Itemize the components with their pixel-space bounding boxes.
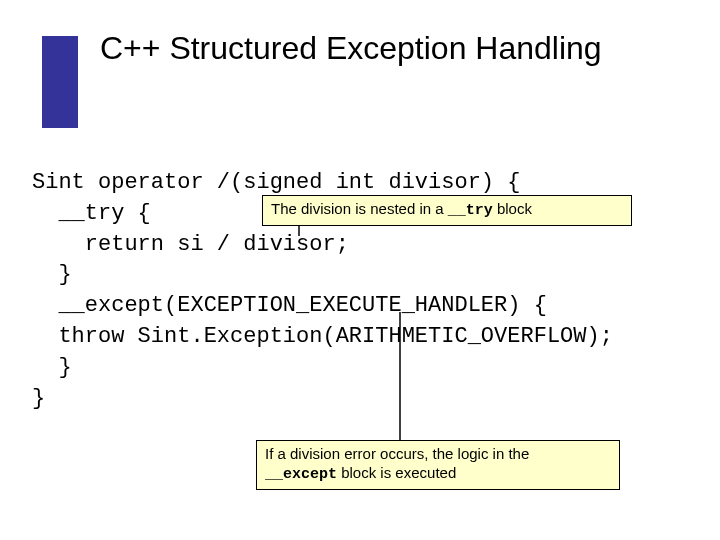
code-line: }	[32, 355, 72, 380]
code-line: __except(EXCEPTION_EXECUTE_HANDLER) {	[32, 293, 547, 318]
code-line: Sint operator /(signed int divisor) {	[32, 170, 520, 195]
callout-text: block is executed	[337, 464, 456, 481]
callout-text: The division is nested in a	[271, 200, 448, 217]
accent-bar	[42, 36, 78, 128]
code-line: __try {	[32, 201, 151, 226]
callout-mono: __except	[265, 466, 337, 483]
code-line: return si / divisor;	[32, 232, 349, 257]
code-line: throw Sint.Exception(ARITHMETIC_OVERFLOW…	[32, 324, 613, 349]
slide-title: C++ Structured Exception Handling	[100, 28, 602, 68]
code-line: }	[32, 386, 45, 411]
callout-try: The division is nested in a __try block	[262, 195, 632, 226]
callout-except: If a division error occurs, the logic in…	[256, 440, 620, 490]
callout-text: If a division error occurs, the logic in…	[265, 445, 529, 462]
code-line: }	[32, 262, 72, 287]
callout-mono: __try	[448, 202, 493, 219]
callout-text: block	[493, 200, 532, 217]
